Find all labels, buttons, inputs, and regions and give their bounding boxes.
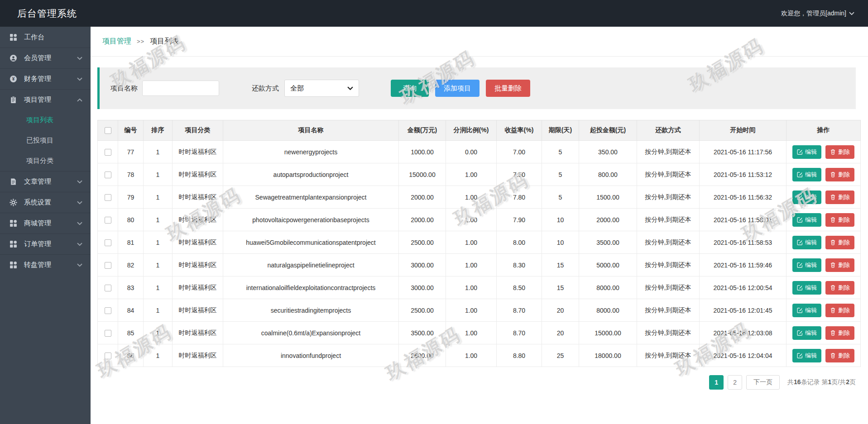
edit-button[interactable]: 编辑 [792,236,821,249]
cell-start-time: 2021-05-16 12:00:54 [700,276,786,299]
sidebar-item-orders[interactable]: 订单管理 [0,233,91,254]
cell-term: 15 [542,254,579,276]
sidebar-item-articles[interactable]: 文章管理 [0,171,91,192]
row-checkbox[interactable] [105,149,111,156]
edit-button[interactable]: 编辑 [792,258,821,272]
cell-sort: 1 [144,209,173,231]
edit-button[interactable]: 编辑 [792,191,821,204]
row-checkbox[interactable] [105,285,111,291]
row-checkbox[interactable] [105,239,111,246]
search-button[interactable]: 查询 [391,80,429,97]
sidebar-item-mall[interactable]: 商城管理 [0,213,91,233]
table-row: 791时时返福利区Sewagetreatmentplantexpansionpr… [98,186,861,209]
row-checkbox[interactable] [105,330,111,337]
cell-amount: 3000.00 [399,276,446,299]
delete-button[interactable]: 删除 [825,168,854,181]
col-start-time: 开始时间 [700,120,786,141]
sidebar: 工作台 会员管理 ¥ 财务管理 项目管理 项目列表 已投项目 项目分类 [0,27,91,424]
cell-yield: 8.30 [497,254,542,276]
row-checkbox[interactable] [105,262,111,269]
cell-id: 82 [118,254,144,276]
pagination: 1 2 下一页 共16条记录 第1页/共2页 [97,375,856,399]
add-project-button[interactable]: 添加项目 [435,80,480,97]
finance-icon: ¥ [10,75,17,83]
cell-yield: 8.70 [497,299,542,322]
edit-button[interactable]: 编辑 [792,326,821,340]
cell-name: newenergyprojects [223,141,399,163]
sidebar-item-finance[interactable]: ¥ 财务管理 [0,68,91,89]
select-all-checkbox[interactable] [105,127,111,134]
table-row: 821时时返福利区naturalgaspipelinetielineprojec… [98,254,861,276]
delete-button[interactable]: 删除 [825,281,854,295]
project-name-input[interactable] [142,81,219,96]
breadcrumb-current: 项目列表 [150,37,179,46]
cell-sort: 1 [144,163,173,186]
cell-category: 时时返福利区 [173,344,223,367]
cell-id: 84 [118,299,144,322]
col-yield: 收益率(%) [497,120,542,141]
row-checkbox[interactable] [105,172,111,178]
cell-name: coalmine(0.6mt/a)Expansionproject [223,322,399,344]
edit-button[interactable]: 编辑 [792,168,821,181]
page-button-2[interactable]: 2 [728,375,742,390]
sidebar-item-project-categories[interactable]: 项目分类 [0,151,91,171]
cell-min-invest: 8000.00 [579,299,637,322]
sidebar-item-label: 项目管理 [24,95,51,104]
welcome-text: 欢迎您，管理员[admin] [781,10,846,18]
cell-start-time: 2021-05-16 11:59:46 [700,254,786,276]
repay-method-select[interactable]: 全部 [284,80,359,97]
cell-start-time: 2021-05-16 12:04:04 [700,344,786,367]
row-checkbox[interactable] [105,217,111,224]
edit-button[interactable]: 编辑 [792,349,821,362]
row-checkbox[interactable] [105,194,111,201]
sidebar-item-workbench[interactable]: 工作台 [0,27,91,48]
delete-button[interactable]: 删除 [825,145,854,159]
cell-name: innovationfundproject [223,344,399,367]
page-button-1[interactable]: 1 [709,375,724,390]
app-title: 后台管理系统 [17,7,77,20]
sidebar-item-invested-projects[interactable]: 已投项目 [0,130,91,151]
cell-term: 5 [542,186,579,209]
delete-button[interactable]: 删除 [825,258,854,272]
cell-category: 时时返福利区 [173,322,223,344]
delete-button[interactable]: 删除 [825,236,854,249]
sidebar-item-projects[interactable]: 项目管理 [0,89,91,110]
cell-profit-ratio: 1.00 [446,254,497,276]
edit-button[interactable]: 编辑 [792,281,821,295]
chevron-up-icon [77,98,82,102]
table-row: 801时时返福利区photovoltaicpowergenerationbase… [98,209,861,231]
cell-min-invest: 18000.00 [579,344,637,367]
row-checkbox[interactable] [105,353,111,359]
edit-button[interactable]: 编辑 [792,213,821,227]
sidebar-item-project-list[interactable]: 项目列表 [0,110,91,130]
mall-icon [10,219,17,227]
sidebar-item-wheel[interactable]: 转盘管理 [0,254,91,275]
cell-repay: 按分钟,到期还本 [637,141,700,163]
cell-name: Sewagetreatmentplantexpansionproject [223,186,399,209]
delete-button[interactable]: 删除 [825,326,854,340]
edit-button[interactable]: 编辑 [792,145,821,159]
delete-button[interactable]: 删除 [825,191,854,204]
delete-button[interactable]: 删除 [825,213,854,227]
breadcrumb-parent[interactable]: 项目管理 [102,37,131,46]
table-body: 771时时返福利区newenergyprojects1000.000.007.0… [98,141,861,367]
sidebar-item-members[interactable]: 会员管理 [0,48,91,68]
delete-button[interactable]: 删除 [825,304,854,317]
col-name: 项目名称 [223,120,399,141]
breadcrumb-separator: >> [137,38,144,45]
user-menu[interactable]: 欢迎您，管理员[admin] [781,10,854,18]
cell-start-time: 2021-05-16 12:03:08 [700,322,786,344]
cell-amount: 3500.00 [399,322,446,344]
cell-amount: 2500.00 [399,231,446,254]
cell-start-time: 2021-05-16 11:58:53 [700,231,786,254]
row-checkbox[interactable] [105,307,111,314]
sidebar-item-settings[interactable]: 系统设置 [0,192,91,213]
cell-name: huawei5Gmobilecommunicationspatentprojec… [223,231,399,254]
next-page-button[interactable]: 下一页 [746,375,780,390]
cell-sort: 1 [144,299,173,322]
cell-min-invest: 8000.00 [579,276,637,299]
bulk-delete-button[interactable]: 批量删除 [486,80,530,97]
col-profit-ratio: 分润比例(%) [446,120,497,141]
delete-button[interactable]: 删除 [825,349,854,362]
edit-button[interactable]: 编辑 [792,304,821,317]
